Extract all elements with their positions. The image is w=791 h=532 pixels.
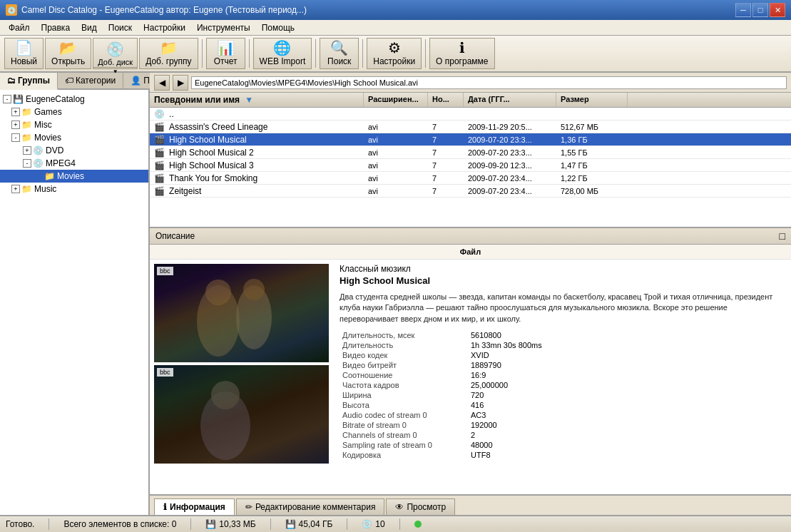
bottom-tab-edit-comment[interactable]: ✏ Редактирование комментария <box>236 498 385 515</box>
status-bar: Готово. Всего элементов в списке: 0 💾 10… <box>0 515 791 532</box>
tree-icon-music: 📁 <box>21 184 32 194</box>
about-button[interactable]: ℹ О программе <box>429 38 494 69</box>
file-row-hsm[interactable]: 🎬 High School Musical avi 7 2009-07-20 2… <box>150 133 791 146</box>
tree-item-dvd[interactable]: + 💿 DVD <box>0 144 148 157</box>
bottom-tab-info[interactable]: ℹ Информация <box>154 498 235 515</box>
restore-button[interactable]: □ <box>752 3 768 17</box>
menu-help[interactable]: Помощь <box>256 21 300 34</box>
close-button[interactable]: ✕ <box>770 3 785 17</box>
minimize-button[interactable]: ─ <box>735 3 751 17</box>
path-text: EugeneCatalog\Movies\MPEG4\Movies\High S… <box>191 76 787 89</box>
disk1-icon: 💾 <box>205 519 216 529</box>
add-disc-button[interactable]: 💿 Доб. диск ▼ <box>93 38 138 69</box>
back-button[interactable]: ◀ <box>154 75 170 91</box>
svg-point-5 <box>211 381 240 409</box>
menu-search[interactable]: Поиск <box>103 21 138 34</box>
forward-button[interactable]: ▶ <box>173 75 188 91</box>
bottom-tab-view[interactable]: 👁 Просмотр <box>386 498 455 515</box>
col-header-size[interactable]: Размер <box>556 93 628 107</box>
menu-tools[interactable]: Инструменты <box>191 21 256 34</box>
report-button[interactable]: 📊 Отчет <box>206 38 245 69</box>
info-tab-icon: ℹ <box>163 502 167 512</box>
prop-row-8: Audio codec of stream 0 AC3 <box>340 410 787 420</box>
tree-item-music[interactable]: + 📁 Music <box>0 183 148 195</box>
search-button[interactable]: 🔍 Поиск <box>320 38 359 69</box>
status-disk2-section: 💾 45,04 ГБ <box>285 519 333 529</box>
desc-info: Классный мюзикл High School Musical Два … <box>340 264 787 464</box>
prop-row-12: Кодировка UTF8 <box>340 450 787 460</box>
col-header-ext[interactable]: Расшириен... <box>364 93 428 107</box>
desc-main: bbc bbc <box>150 260 791 468</box>
open-button[interactable]: 📂 Открыть <box>45 38 91 69</box>
categories-icon: 🏷 <box>65 76 73 86</box>
prop-row-4: Соотношение 16:9 <box>340 370 787 380</box>
tree-item-movies[interactable]: - 📁 Movies <box>0 131 148 144</box>
tree-item-mpeg4[interactable]: - 💿 MPEG4 <box>0 157 148 170</box>
settings-icon: ⚙ <box>388 41 401 55</box>
status-discs: 10 <box>375 519 384 529</box>
window-title: Camel Disc Catalog - EugeneCatalog автор… <box>21 5 307 15</box>
col-header-num[interactable]: Но... <box>428 93 464 107</box>
toolbar-sep-2 <box>249 39 250 68</box>
add-group-button[interactable]: 📁 Доб. группу <box>139 38 198 69</box>
new-button[interactable]: 📄 Новый <box>4 38 44 69</box>
tree-expand-dvd[interactable]: + <box>23 146 31 155</box>
menu-bar: Файл Правка Вид Поиск Настройки Инструме… <box>0 20 791 36</box>
tree-icon-misc: 📁 <box>21 120 32 130</box>
file-list-header: Псевдоним или имя ▼ Расшириен... Но... Д… <box>150 93 791 108</box>
settings-button[interactable]: ⚙ Настройки <box>367 38 422 69</box>
file-icon-zeitgeist: 🎬 <box>154 186 165 196</box>
tree-item-misc[interactable]: + 📁 Misc <box>0 118 148 131</box>
status-indicator <box>414 521 422 528</box>
toolbar-sep-5 <box>425 39 426 68</box>
tab-categories[interactable]: 🏷 Категории <box>58 73 123 88</box>
new-icon: 📄 <box>15 41 33 55</box>
tab-groups[interactable]: 🗂 Группы <box>0 73 58 90</box>
col-header-date[interactable]: Дата (ГГГ... <box>464 93 556 107</box>
tree-expand-misc[interactable]: + <box>11 121 20 129</box>
desc-collapse-button[interactable]: □ <box>780 230 785 242</box>
file-row-tyfm[interactable]: 🎬 Thank You for Smoking avi 7 2009-07-20… <box>150 172 791 185</box>
status-discs-section: 💿 10 <box>362 519 384 529</box>
tree-expand-movies[interactable]: - <box>11 133 20 142</box>
tree-item-root[interactable]: - 💾 EugeneCatalog <box>0 93 148 106</box>
file-icon-hsm3: 🎬 <box>154 160 165 170</box>
new-label: Новый <box>11 56 37 66</box>
file-row-ac[interactable]: 🎬 Assassin's Creed Lineage avi 7 2009-11… <box>150 121 791 133</box>
web-import-button[interactable]: 🌐 WEB Import <box>253 38 312 69</box>
tree-expand-games[interactable]: + <box>11 108 20 116</box>
status-sep-4 <box>347 518 347 530</box>
desc-title-ru: Классный мюзикл <box>340 264 787 274</box>
tree-expand-root[interactable]: - <box>3 95 11 103</box>
file-row-parent[interactable]: 💿 .. <box>150 108 791 121</box>
tree-item-movies-folder[interactable]: 📁 Movies <box>0 170 148 183</box>
menu-settings[interactable]: Настройки <box>138 21 191 34</box>
status-sep-2 <box>190 518 191 530</box>
menu-file[interactable]: Файл <box>3 21 36 34</box>
main-container: 🗂 Группы 🏷 Категории 👤 Пользователи 🔍 По… <box>0 73 791 515</box>
file-row-zeitgeist[interactable]: 🎬 Zeitgeist avi 7 2009-07-20 23:4... 728… <box>150 185 791 198</box>
file-row-hsm3[interactable]: 🎬 High School Musical 3 avi 7 2009-09-20… <box>150 159 791 172</box>
tree-item-games[interactable]: + 📁 Games <box>0 106 148 118</box>
settings-label: Настройки <box>373 56 415 66</box>
open-icon: 📂 <box>59 41 77 55</box>
desc-content: Файл bbc <box>150 245 791 494</box>
menu-edit[interactable]: Правка <box>36 21 76 34</box>
tree-icon-mpeg4: 💿 <box>33 158 44 168</box>
toolbar-sep-4 <box>362 39 363 68</box>
file-row-hsm2[interactable]: 🎬 High School Musical 2 avi 7 2009-07-20… <box>150 146 791 159</box>
file-list-area: Псевдоним или имя ▼ Расшириен... Но... Д… <box>150 93 791 228</box>
tree-expand-mpeg4[interactable]: - <box>23 159 31 168</box>
toolbar-sep-1 <box>202 39 203 68</box>
col-header-name[interactable]: Псевдоним или имя ▼ <box>150 93 364 107</box>
tree-expand-music[interactable]: + <box>11 185 20 193</box>
file-icon-parent: 💿 <box>154 109 165 119</box>
prop-row-1: Длительность 1h 33mn 30s 800ms <box>340 340 787 350</box>
desc-text: Два студента средней школы — звезда, кап… <box>340 292 787 324</box>
tree-area: - 💾 EugeneCatalog + 📁 Games + 📁 Misc - 📁… <box>0 90 148 515</box>
desc-title-en: High School Musical <box>340 275 787 286</box>
desc-properties-table: Длительность, мсек 5610800 Длительность … <box>340 330 787 460</box>
disk2-icon: 💾 <box>285 519 296 529</box>
menu-view[interactable]: Вид <box>76 21 103 34</box>
file-icon-hsm2: 🎬 <box>154 148 165 158</box>
